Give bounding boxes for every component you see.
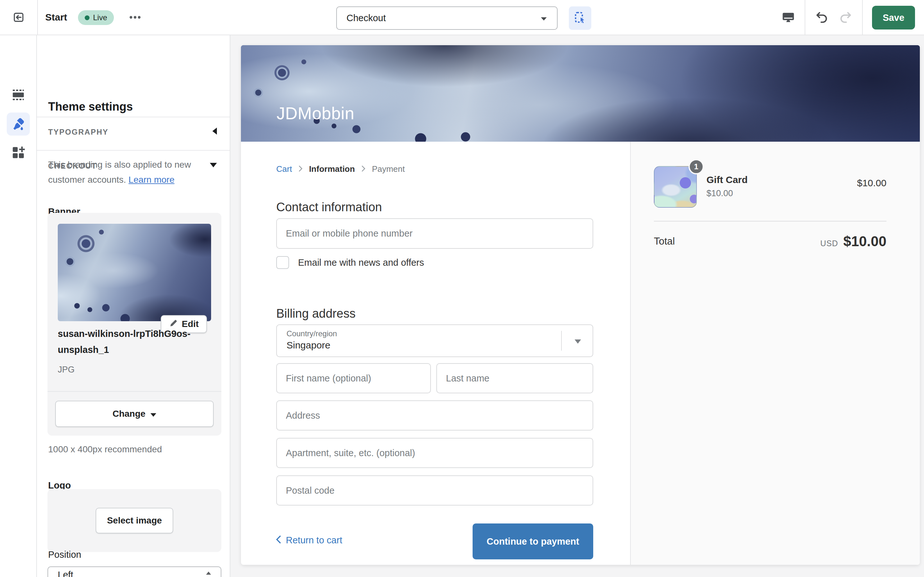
inspector-toggle-button[interactable] bbox=[569, 6, 591, 30]
caret-down-icon bbox=[150, 409, 156, 419]
more-actions-button[interactable] bbox=[124, 10, 145, 26]
breadcrumb-chevron-icon bbox=[298, 164, 302, 174]
device-preview-button[interactable] bbox=[778, 8, 798, 27]
divider bbox=[654, 221, 887, 221]
currency-code: USD bbox=[821, 239, 838, 248]
stepper-icon bbox=[205, 572, 212, 577]
billing-address-heading: Billing address bbox=[276, 307, 355, 321]
total-row: Total USD $10.00 bbox=[654, 234, 887, 250]
change-image-button[interactable]: Change bbox=[55, 401, 214, 427]
chevron-left-icon bbox=[212, 127, 217, 136]
line-item-name: Gift Card bbox=[706, 174, 748, 185]
position-select[interactable]: Left bbox=[47, 566, 221, 577]
line-item-unit-price: $10.00 bbox=[706, 189, 733, 198]
logo-image-card: Select image bbox=[47, 489, 221, 552]
divider bbox=[37, 150, 230, 151]
email-input[interactable] bbox=[276, 218, 593, 249]
position-label: Position bbox=[48, 550, 81, 560]
inspect-element-icon bbox=[573, 11, 587, 25]
rail-app-embeds-tab[interactable] bbox=[7, 141, 30, 164]
breadcrumb: Cart Information Payment bbox=[276, 164, 405, 174]
divider bbox=[37, 0, 38, 35]
return-to-cart-label: Return to cart bbox=[286, 535, 342, 546]
background-image-thumbnail[interactable] bbox=[58, 224, 211, 321]
checkout-banner-image[interactable]: JDMobbin bbox=[241, 45, 920, 142]
learn-more-link[interactable]: Learn more bbox=[129, 175, 174, 185]
checkout-preview-card: JDMobbin Cart Information Payment Contac… bbox=[241, 45, 920, 565]
country-select-value: Singapore bbox=[286, 340, 330, 351]
checkout-description: This branding is also applied to new cus… bbox=[48, 157, 223, 187]
newsletter-row: Email me with news and offers bbox=[276, 256, 424, 269]
redo-button[interactable] bbox=[835, 8, 856, 27]
postal-code-input[interactable] bbox=[276, 475, 593, 506]
topbar: Start Live Checkout bbox=[0, 0, 924, 35]
live-badge-label: Live bbox=[93, 13, 107, 22]
order-summary: 1 Gift Card $10.00 $10.00 Total USD $10.… bbox=[630, 142, 920, 565]
divider bbox=[37, 117, 230, 117]
breadcrumb-information: Information bbox=[309, 164, 355, 174]
ellipsis-icon bbox=[128, 10, 142, 25]
redo-icon bbox=[838, 10, 853, 25]
undo-icon bbox=[815, 10, 829, 25]
select-image-button[interactable]: Select image bbox=[95, 508, 173, 533]
breadcrumb-payment: Payment bbox=[372, 164, 405, 174]
divider bbox=[862, 0, 863, 35]
contact-information-heading: Contact information bbox=[276, 200, 382, 214]
live-dot-icon bbox=[85, 15, 89, 20]
left-rail bbox=[0, 35, 37, 577]
line-item-total: $10.00 bbox=[857, 177, 887, 189]
chevron-left-icon bbox=[276, 535, 281, 546]
continue-to-payment-button[interactable]: Continue to payment bbox=[473, 524, 593, 559]
sidebar-title: Theme settings bbox=[48, 100, 133, 113]
address-input[interactable] bbox=[276, 400, 593, 430]
rail-theme-settings-tab[interactable] bbox=[7, 113, 30, 135]
total-amount: $10.00 bbox=[843, 234, 887, 250]
breadcrumb-cart-link[interactable]: Cart bbox=[276, 164, 292, 174]
total-label: Total bbox=[654, 235, 675, 247]
newsletter-checkbox[interactable] bbox=[276, 256, 289, 269]
breadcrumb-chevron-icon bbox=[361, 164, 365, 174]
live-badge: Live bbox=[78, 10, 114, 25]
paint-brush-icon bbox=[11, 116, 26, 132]
first-name-input[interactable] bbox=[276, 363, 431, 393]
exit-editor-button[interactable] bbox=[0, 0, 37, 35]
gift-card-thumbnail bbox=[654, 166, 697, 208]
newsletter-label: Email me with news and offers bbox=[298, 258, 424, 268]
preview-canvas: JDMobbin Cart Information Payment Contac… bbox=[230, 35, 924, 577]
undo-button[interactable] bbox=[812, 8, 832, 27]
save-button[interactable]: Save bbox=[872, 6, 915, 29]
divider bbox=[804, 0, 805, 35]
settings-sidebar: Theme settings TYPOGRAPHY CHECKOUT This … bbox=[37, 35, 230, 577]
country-select[interactable]: Country/region Singapore bbox=[276, 324, 593, 357]
last-name-input[interactable] bbox=[436, 363, 593, 393]
exit-icon bbox=[12, 11, 25, 25]
shop-name: JDMobbin bbox=[276, 103, 355, 123]
image-filetype: JPG bbox=[58, 365, 75, 375]
return-to-cart-link[interactable]: Return to cart bbox=[276, 535, 342, 546]
change-button-label: Change bbox=[113, 409, 145, 419]
chevron-down-icon bbox=[540, 13, 548, 23]
position-select-value: Left bbox=[58, 570, 73, 577]
quantity-badge: 1 bbox=[688, 159, 704, 174]
page-selector[interactable]: Checkout bbox=[336, 6, 557, 30]
divider bbox=[47, 391, 221, 392]
image-filename: susan-wilkinson-lrpTi8hG9os-unsplash_1 bbox=[58, 326, 208, 358]
monitor-icon bbox=[782, 11, 795, 25]
rail-sections-tab[interactable] bbox=[7, 84, 30, 107]
country-select-label: Country/region bbox=[286, 329, 337, 338]
caret-down-icon bbox=[575, 339, 581, 345]
divider bbox=[561, 331, 562, 351]
sections-icon bbox=[11, 87, 26, 103]
typography-section-label: TYPOGRAPHY bbox=[48, 127, 108, 137]
theme-name: Start bbox=[45, 12, 67, 23]
apartment-input[interactable] bbox=[276, 438, 593, 468]
apps-icon bbox=[11, 145, 26, 161]
theme-editor: Start Live Checkout bbox=[0, 0, 924, 577]
page-selector-value: Checkout bbox=[347, 13, 386, 23]
background-image-card: Edit susan-wilkinson-lrpTi8hG9os-unsplas… bbox=[47, 213, 221, 436]
size-recommendation: 1000 x 400px recommended bbox=[48, 444, 162, 455]
